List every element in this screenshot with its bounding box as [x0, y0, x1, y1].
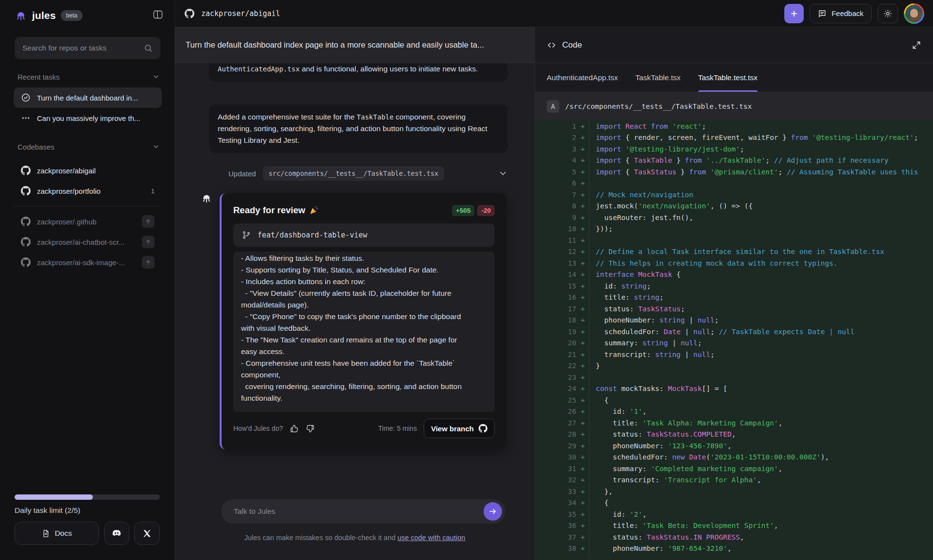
code-line: 4+import { TaskTable } from '../TaskTabl… — [535, 155, 933, 167]
sidebar-repo-item[interactable]: zackproser/ai-chatbot-scr... — [14, 232, 162, 252]
code-text: import React from 'react'; — [596, 122, 706, 130]
repo-task-count-badge: 1 — [151, 187, 155, 195]
line-number: 36 — [535, 522, 576, 529]
sidebar-repo-item[interactable]: zackproser/.github — [14, 211, 162, 232]
code-text: title: 'Task Alpha: Marketing Campaign', — [596, 419, 782, 427]
line-number: 13 — [535, 259, 576, 267]
diff-added-marker: + — [576, 202, 589, 210]
diff-added-marker: + — [576, 396, 589, 404]
sidebar-footer-buttons: Docs — [15, 522, 160, 545]
line-number: 34 — [535, 499, 576, 507]
discord-button[interactable] — [104, 522, 130, 545]
file-tab[interactable]: AuthenticatedApp.tsx — [547, 63, 618, 92]
code-text: })); — [596, 225, 613, 233]
view-branch-button[interactable]: View branch — [424, 419, 495, 438]
task-title-bar[interactable]: Turn the default dashboard index page in… — [175, 27, 535, 63]
code-text: scheduledFor: Date | null; // TaskTable … — [596, 328, 855, 336]
chevron-down-icon[interactable] — [152, 143, 160, 151]
diff-added-marker: + — [576, 225, 589, 233]
x-twitter-icon — [143, 529, 151, 538]
sidebar-task-item[interactable]: Can you massively improve th... — [14, 108, 162, 128]
diff-added-marker: + — [576, 248, 589, 255]
code-line: 20+ summary: string | null; — [535, 338, 933, 349]
code-icon — [547, 40, 556, 50]
code-line: 12+// Define a local Task interface simi… — [535, 246, 933, 258]
expand-icon[interactable] — [912, 40, 921, 50]
chat-input[interactable]: Talk to Jules — [221, 499, 505, 524]
branch-chip[interactable]: feat/dashboard-table-view — [233, 223, 495, 247]
code-text: import { TaskStatus } from '@prisma/clie… — [596, 168, 918, 176]
file-tab[interactable]: TaskTable.tsx — [636, 63, 681, 92]
line-number: 37 — [535, 533, 576, 541]
file-tab[interactable]: TaskTable.test.tsx — [698, 63, 758, 92]
file-path-bar: A /src/components/__tests__/TaskTable.te… — [535, 92, 933, 120]
feedback-button[interactable]: Feedback — [810, 4, 872, 23]
task-item-label: Turn the default dashboard in... — [37, 94, 155, 102]
send-button[interactable] — [484, 502, 502, 521]
line-number: 32 — [535, 476, 576, 484]
upgrade-arrow-button[interactable] — [142, 215, 155, 228]
code-panel: Code AuthenticatedApp.tsxTaskTable.tsxTa… — [535, 27, 933, 560]
diff-added-marker: + — [576, 214, 589, 221]
review-summary[interactable]: - Allows filtering tasks by their status… — [233, 252, 495, 412]
search-input[interactable]: Search for repos or tasks — [15, 37, 160, 59]
x-twitter-button[interactable] — [134, 522, 160, 545]
line-number: 17 — [535, 305, 576, 313]
chat-input-placeholder: Talk to Jules — [234, 507, 484, 516]
diff-added-marker: + — [576, 339, 589, 347]
sidebar-task-item[interactable]: Turn the default dashboard in... — [14, 87, 162, 108]
task-limit-progress-fill — [15, 494, 93, 500]
line-number: 19 — [535, 328, 576, 336]
thumbs-up-icon[interactable] — [290, 424, 299, 433]
sidebar-repo-item[interactable]: zackproser/ai-sdk-image-... — [14, 252, 162, 272]
code-line: 27+ title: 'Task Alpha: Marketing Campai… — [535, 417, 933, 429]
line-number: 1 — [535, 122, 576, 130]
docs-button[interactable]: Docs — [15, 522, 99, 545]
chevron-down-icon[interactable] — [498, 169, 508, 178]
line-number: 27 — [535, 419, 576, 427]
diff-added-marker: + — [576, 465, 589, 473]
code-panel-header: Code — [535, 27, 933, 63]
chat-panel: Turn the default dashboard index page in… — [175, 27, 535, 560]
settings-button[interactable] — [878, 4, 898, 23]
sidebar-repo-item[interactable]: zackproser/portfolio1 — [14, 181, 162, 201]
code-text: id: '1', — [596, 407, 647, 415]
upgrade-arrow-button[interactable] — [142, 236, 155, 248]
code-line: 8+jest.mock('next/navigation', () => ({ — [535, 201, 933, 212]
github-icon — [479, 424, 487, 433]
code-line: 14+interface MockTask { — [535, 269, 933, 281]
code-line: 25+ { — [535, 394, 933, 406]
thumbs-down-icon[interactable] — [306, 424, 315, 433]
code-text: { — [596, 396, 608, 404]
github-icon — [21, 217, 31, 226]
code-text: summary: 'Completed marketing campaign', — [596, 465, 782, 473]
sidebar-repo-item[interactable]: zackproser/abigail — [14, 160, 162, 181]
code-line: 30+ scheduledFor: new Date('2023-01-15T1… — [535, 452, 933, 463]
review-summary-line: - "View Details" (currently alerts task … — [241, 288, 487, 299]
avatar[interactable] — [904, 3, 924, 24]
diff-added-marker: + — [576, 145, 589, 153]
code-text: { — [596, 499, 608, 507]
discord-icon — [111, 528, 122, 539]
upgrade-arrow-button[interactable] — [142, 256, 155, 269]
chevron-down-icon[interactable] — [152, 73, 160, 81]
code-diff-view[interactable]: 1+import React from 'react';2+import { r… — [535, 120, 933, 560]
recent-tasks-header: Recent tasks — [17, 71, 160, 82]
code-text: id: '2', — [596, 510, 647, 518]
review-card-footer: How'd Jules do? Time: 5 mins View branch — [233, 419, 495, 438]
code-line: 16+ title: string; — [535, 292, 933, 304]
git-branch-icon — [242, 231, 251, 239]
line-number: 23 — [535, 373, 576, 381]
updated-file-chip[interactable]: src/components/__tests__/TaskTable.test.… — [263, 166, 445, 181]
sidebar-collapse-icon[interactable] — [151, 8, 165, 21]
jules-avatar-icon — [201, 192, 212, 204]
codebases-label: Codebases — [17, 143, 54, 151]
line-number: 20 — [535, 339, 576, 347]
new-task-button[interactable]: + — [784, 4, 804, 23]
recent-tasks-label: Recent tasks — [17, 73, 60, 81]
use-code-with-caution-link[interactable]: use code with caution — [397, 534, 465, 542]
app-name: jules — [32, 10, 56, 21]
diff-added-marker: + — [576, 522, 589, 529]
code-text: summary: string | null; — [596, 339, 702, 347]
review-card-title: Ready for review — [233, 205, 305, 216]
